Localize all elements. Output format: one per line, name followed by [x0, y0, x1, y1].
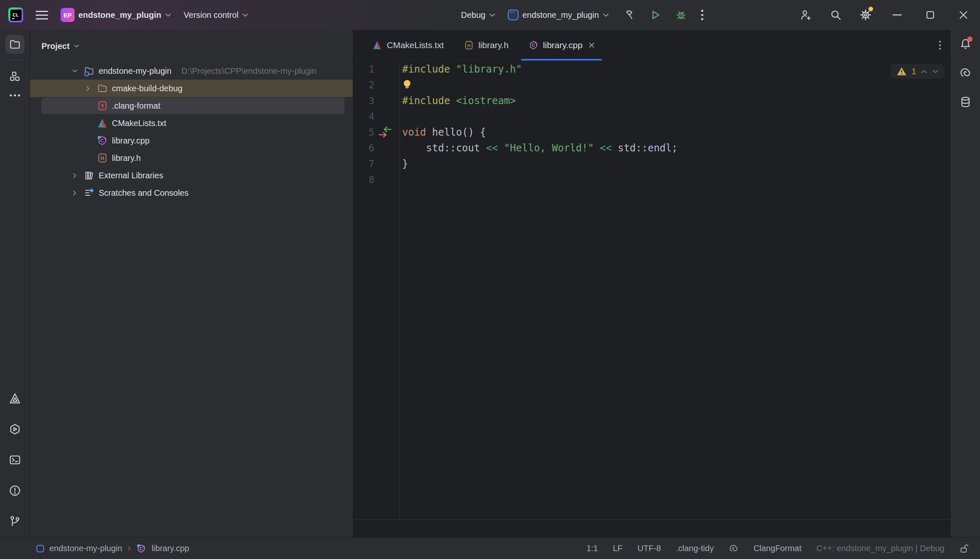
line-number[interactable]: 2: [353, 80, 374, 90]
code-line[interactable]: 1#include "library.h": [353, 61, 950, 77]
line-number[interactable]: 4: [353, 111, 374, 122]
cmake-icon: [9, 392, 21, 405]
project-name: endstone_my_plugin: [78, 10, 161, 20]
prev-problem-icon[interactable]: [921, 70, 927, 73]
tree-label: library.h: [112, 153, 141, 163]
code-text: #include <iostream>: [400, 95, 516, 107]
tree-label: CMakeLists.txt: [112, 119, 166, 128]
line-number[interactable]: 7: [353, 158, 374, 169]
breadcrumb[interactable]: endstone-my-plugin C library.cpp: [36, 544, 189, 554]
scratches-icon: [84, 187, 95, 198]
caret-position[interactable]: 1:1: [587, 544, 598, 553]
tab-label: library.h: [478, 40, 509, 50]
structure-toolwindow-button[interactable]: [5, 67, 24, 86]
more-run-options-kebab-icon[interactable]: [701, 10, 703, 20]
code-text: [400, 80, 414, 90]
more-toolwindows-button[interactable]: [5, 86, 24, 105]
tree-row-library-cpp[interactable]: C library.cpp: [30, 132, 353, 149]
code-editor[interactable]: 1#include "library.h"23#include <iostrea…: [353, 61, 950, 520]
code-line[interactable]: 7}: [353, 156, 950, 172]
project-toolwindow-button[interactable]: [5, 35, 24, 54]
close-button[interactable]: [947, 0, 980, 30]
line-number[interactable]: 3: [353, 95, 374, 106]
line-number[interactable]: 6: [353, 143, 374, 153]
lightbulb-icon[interactable]: [403, 80, 411, 88]
git-toolwindow-button[interactable]: [5, 512, 24, 531]
lock-open-icon[interactable]: [959, 544, 968, 554]
svg-text:H: H: [101, 156, 104, 161]
tab-options-kebab-icon[interactable]: [939, 30, 941, 61]
chevron-right-icon: [73, 190, 76, 196]
run-mode-selector[interactable]: Debug: [461, 10, 495, 20]
editor-tabbar: CMakeLists.txt H library.h C library.cpp: [353, 30, 950, 61]
cmake-file-icon: [372, 40, 382, 50]
tab-library-cpp[interactable]: C library.cpp: [519, 30, 604, 60]
chevron-down-icon: [72, 69, 78, 73]
line-number[interactable]: 5: [353, 127, 374, 138]
formatter-widget[interactable]: ClangFormat: [754, 544, 802, 553]
project-panel-header[interactable]: Project: [30, 30, 353, 62]
warning-triangle-icon: [897, 67, 907, 76]
editor-bottom-strip: [353, 520, 950, 537]
search-icon[interactable]: [821, 0, 851, 30]
code-token: #include: [402, 95, 456, 107]
gutter: [374, 77, 400, 93]
build-hammer-icon[interactable]: [624, 9, 636, 21]
debug-bug-icon[interactable]: [675, 9, 687, 21]
tree-row-cmakelists[interactable]: CMakeLists.txt: [30, 114, 353, 132]
implementation-arrows-icon[interactable]: [378, 126, 393, 139]
code-line[interactable]: 5 void hello() {: [353, 124, 950, 140]
line-separator[interactable]: LF: [613, 544, 622, 553]
code-line[interactable]: 8: [353, 172, 950, 187]
database-button[interactable]: [956, 93, 975, 111]
next-problem-icon[interactable]: [932, 70, 939, 73]
clang-tidy-widget[interactable]: .clang-tidy: [676, 544, 713, 553]
cmake-toolwindow-button[interactable]: [5, 389, 24, 408]
tree-row-library-h[interactable]: H library.h: [30, 149, 353, 167]
database-icon: [959, 96, 972, 108]
inspection-widget[interactable]: 1: [891, 64, 944, 79]
version-control-widget[interactable]: Version control: [184, 10, 248, 20]
tree-row-external-libraries[interactable]: External Libraries: [30, 167, 353, 184]
tree-row-clang-format[interactable]: Y .clang-format: [30, 97, 353, 114]
gutter-separator: [400, 61, 400, 519]
close-icon[interactable]: [589, 42, 594, 48]
gear-icon[interactable]: [851, 0, 881, 30]
code-line[interactable]: 6 std::cout << "Hello, World!" << std::e…: [353, 140, 950, 156]
tree-row-cmake-build-debug[interactable]: cmake-build-debug: [30, 80, 353, 97]
breadcrumb-project[interactable]: endstone-my-plugin: [49, 544, 122, 553]
line-number[interactable]: 8: [353, 174, 374, 185]
code-text: }: [400, 158, 408, 170]
code-line[interactable]: 3#include <iostream>: [353, 93, 950, 109]
tree-label: External Libraries: [99, 171, 163, 180]
tree-row-project-root[interactable]: endstone-my-plugin D:\Projects\CPP\endst…: [30, 62, 353, 80]
code-token: std::cout: [402, 142, 486, 154]
minimize-button[interactable]: [881, 0, 914, 30]
run-icon[interactable]: [650, 9, 661, 21]
code-line[interactable]: 2: [353, 77, 950, 93]
tree-label: Scratches and Consoles: [99, 188, 189, 198]
breadcrumb-file[interactable]: library.cpp: [152, 544, 189, 553]
tab-library-h[interactable]: H library.h: [454, 30, 519, 60]
main-menu-button[interactable]: [36, 11, 48, 19]
problems-icon: [9, 484, 21, 497]
notifications-button[interactable]: [956, 35, 975, 53]
run-configuration-selector[interactable]: endstone_my_plugin: [508, 10, 609, 20]
line-number[interactable]: 1: [353, 64, 374, 75]
tab-cmakelists[interactable]: CMakeLists.txt: [362, 30, 454, 60]
maximize-button[interactable]: [914, 0, 947, 30]
add-user-icon[interactable]: [791, 0, 821, 30]
cpp-file-icon: C: [97, 135, 108, 146]
tree-row-scratches[interactable]: Scratches and Consoles: [30, 184, 353, 202]
project-path: D:\Projects\CPP\endstone-my-plugin: [182, 66, 317, 76]
code-text: #include "library.h": [400, 63, 522, 75]
file-encoding[interactable]: UTF-8: [638, 544, 661, 553]
ai-assistant-button[interactable]: [956, 64, 975, 82]
ai-assistant-status-icon[interactable]: [729, 544, 739, 554]
problems-toolwindow-button[interactable]: [5, 481, 24, 500]
resolve-context[interactable]: C++: endstone_my_plugin | Debug: [816, 544, 944, 553]
code-line[interactable]: 4: [353, 109, 950, 124]
project-widget[interactable]: EP endstone_my_plugin: [61, 8, 171, 22]
services-toolwindow-button[interactable]: [5, 420, 24, 439]
terminal-toolwindow-button[interactable]: [5, 450, 24, 469]
